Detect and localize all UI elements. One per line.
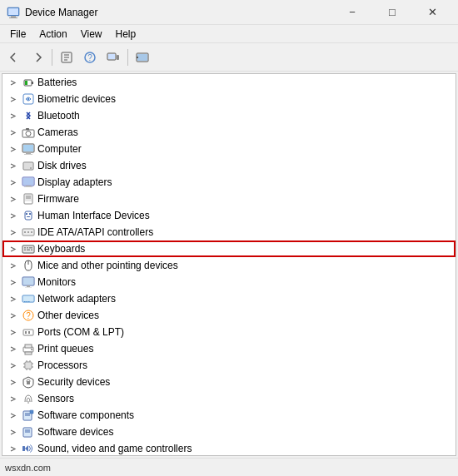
tree-item-ports[interactable]: Ports (COM & LPT) bbox=[2, 324, 456, 340]
expand-icon-ide[interactable] bbox=[6, 226, 19, 239]
expand-icon-print[interactable] bbox=[6, 342, 19, 355]
toolbar-show-button[interactable] bbox=[132, 47, 153, 68]
toolbar-update-button[interactable]: ? bbox=[79, 47, 101, 68]
tree-item-cameras[interactable]: Cameras bbox=[2, 124, 456, 141]
svg-rect-34 bbox=[24, 186, 32, 187]
device-icon-biometric bbox=[22, 92, 35, 106]
device-icon-diskdrives bbox=[22, 159, 35, 172]
tree-item-mice[interactable]: Mice and other pointing devices bbox=[2, 257, 456, 274]
svg-rect-51 bbox=[27, 247, 28, 249]
expand-icon-other[interactable] bbox=[6, 309, 19, 322]
expand-icon-sound[interactable] bbox=[6, 442, 19, 455]
device-icon-firmware bbox=[22, 192, 35, 206]
tree-item-computer[interactable]: Computer bbox=[2, 141, 456, 157]
tree-item-hid[interactable]: Human Interface Devices bbox=[2, 207, 456, 224]
tree-item-diskdrives[interactable]: Disk drives bbox=[2, 157, 456, 174]
menu-file[interactable]: File bbox=[3, 27, 32, 42]
expand-icon-diskdrives[interactable] bbox=[6, 159, 19, 172]
expand-icon-sensors[interactable] bbox=[6, 392, 19, 405]
tree-item-softwaredev[interactable]: Software devices bbox=[2, 424, 456, 440]
menu-view[interactable]: View bbox=[74, 27, 109, 42]
expand-icon-monitors[interactable] bbox=[6, 275, 19, 289]
svg-rect-14 bbox=[137, 54, 147, 61]
item-label-print: Print queues bbox=[37, 343, 93, 355]
tree-item-firmware[interactable]: Firmware bbox=[2, 191, 456, 207]
expand-icon-biometric[interactable] bbox=[6, 92, 19, 106]
item-label-other: Other devices bbox=[37, 310, 99, 321]
expand-icon-processors[interactable] bbox=[6, 359, 19, 372]
svg-rect-32 bbox=[23, 178, 33, 185]
svg-rect-23 bbox=[26, 128, 29, 130]
tree-item-print[interactable]: Print queues bbox=[2, 340, 456, 357]
expand-icon-firmware[interactable] bbox=[6, 192, 19, 206]
svg-rect-65 bbox=[27, 301, 28, 302]
svg-rect-55 bbox=[31, 247, 32, 249]
tree-item-monitors[interactable]: Monitors bbox=[2, 274, 456, 290]
item-label-batteries: Batteries bbox=[37, 77, 77, 88]
expand-icon-keyboards[interactable] bbox=[6, 242, 19, 255]
expand-icon-computer[interactable] bbox=[6, 142, 19, 156]
tree-item-security[interactable]: Security devices bbox=[2, 374, 456, 390]
item-label-keyboards: Keyboards bbox=[37, 243, 85, 255]
expand-icon-batteries[interactable] bbox=[6, 76, 19, 89]
toolbar-back-button[interactable] bbox=[3, 47, 25, 68]
close-button[interactable]: ✕ bbox=[413, 0, 451, 25]
expand-icon-hid[interactable] bbox=[6, 209, 19, 222]
svg-rect-66 bbox=[28, 301, 30, 302]
expand-icon-mice[interactable] bbox=[6, 259, 19, 272]
item-label-firmware: Firmware bbox=[37, 193, 79, 205]
device-icon-processors bbox=[22, 359, 35, 372]
tree-item-ide[interactable]: IDE ATA/ATAPI controllers bbox=[2, 224, 456, 240]
item-label-bluetooth: Bluetooth bbox=[37, 110, 80, 121]
expand-icon-cameras[interactable] bbox=[6, 126, 19, 139]
menu-bar: File Action View Help bbox=[0, 25, 458, 43]
app-icon bbox=[7, 6, 20, 19]
device-icon-display bbox=[22, 176, 35, 189]
svg-rect-50 bbox=[24, 247, 26, 249]
svg-rect-41 bbox=[29, 213, 31, 215]
tree-item-processors[interactable]: Processors bbox=[2, 357, 456, 374]
item-label-security: Security devices bbox=[37, 376, 110, 388]
window-title: Device Manager bbox=[25, 7, 333, 18]
tree-item-sensors[interactable]: Sensors bbox=[2, 390, 456, 407]
expand-icon-security[interactable] bbox=[6, 375, 19, 389]
svg-rect-93 bbox=[30, 410, 33, 414]
expand-icon-bluetooth[interactable] bbox=[6, 109, 19, 122]
device-icon-monitors bbox=[22, 275, 35, 289]
toolbar-properties-button[interactable] bbox=[56, 47, 77, 68]
tree-item-keyboards[interactable]: Keyboards bbox=[2, 240, 456, 257]
tree-item-network[interactable]: Network adapters bbox=[2, 290, 456, 307]
expand-icon-softwaredev[interactable] bbox=[6, 425, 19, 439]
tree-item-display[interactable]: Display adapters bbox=[2, 174, 456, 191]
tree-item-softwarecomp[interactable]: Software components bbox=[2, 407, 456, 424]
item-label-mice: Mice and other pointing devices bbox=[37, 260, 178, 271]
device-icon-network bbox=[22, 292, 35, 305]
tree-item-bluetooth[interactable]: Bluetooth bbox=[2, 107, 456, 124]
svg-rect-27 bbox=[24, 154, 32, 155]
svg-rect-56 bbox=[31, 250, 32, 251]
svg-rect-18 bbox=[25, 81, 27, 85]
expand-icon-softwarecomp[interactable] bbox=[6, 409, 19, 422]
expand-icon-network[interactable] bbox=[6, 292, 19, 305]
menu-action[interactable]: Action bbox=[32, 27, 73, 42]
tree-item-sound[interactable]: Sound, video and game controllers bbox=[2, 440, 456, 455]
svg-rect-98 bbox=[22, 446, 25, 451]
expand-icon-display[interactable] bbox=[6, 176, 19, 189]
toolbar-forward-button[interactable] bbox=[27, 47, 48, 68]
device-tree[interactable]: Batteries Biometric devices Bluetooth bbox=[2, 74, 456, 455]
minimize-button[interactable]: − bbox=[333, 0, 371, 25]
tree-item-batteries[interactable]: Batteries bbox=[2, 74, 456, 91]
tree-item-biometric[interactable]: Biometric devices bbox=[2, 91, 456, 107]
menu-help[interactable]: Help bbox=[109, 27, 143, 42]
svg-rect-71 bbox=[28, 331, 30, 334]
svg-rect-63 bbox=[23, 296, 33, 301]
tree-item-other[interactable]: ? Other devices bbox=[2, 307, 456, 324]
svg-rect-2 bbox=[9, 17, 17, 18]
title-bar: Device Manager − □ ✕ bbox=[0, 0, 458, 25]
svg-rect-64 bbox=[24, 301, 26, 302]
toolbar-scan-button[interactable] bbox=[102, 47, 124, 68]
maximize-button[interactable]: □ bbox=[373, 0, 411, 25]
device-icon-security bbox=[22, 375, 35, 389]
svg-rect-11 bbox=[108, 54, 115, 59]
expand-icon-ports[interactable] bbox=[6, 325, 19, 339]
